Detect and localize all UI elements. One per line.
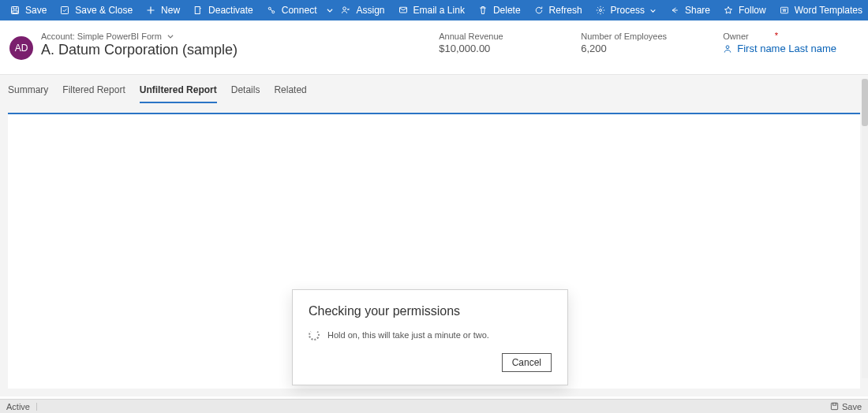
vertical-scrollbar[interactable] [862, 79, 868, 378]
email-link-button[interactable]: Email a Link [391, 0, 471, 20]
assign-button[interactable]: Assign [334, 0, 391, 20]
svg-rect-14 [832, 403, 836, 405]
tab-filtered-report[interactable]: Filtered Report [62, 84, 125, 103]
save-icon [830, 402, 839, 411]
tab-summary[interactable]: Summary [8, 84, 48, 103]
avatar: AD [9, 36, 33, 60]
email-link-label: Email a Link [413, 5, 465, 16]
trash-icon [477, 5, 488, 16]
delete-button[interactable]: Delete [471, 0, 527, 20]
svg-point-12 [726, 45, 729, 48]
svg-rect-13 [831, 403, 837, 409]
share-label: Share [685, 5, 710, 16]
tab-details[interactable]: Details [231, 84, 260, 103]
save-icon [9, 5, 21, 16]
save-close-button[interactable]: Save & Close [53, 0, 139, 20]
follow-button[interactable]: Follow [716, 0, 773, 20]
field-label: Owner * [723, 32, 836, 41]
save-label: Save [25, 5, 47, 16]
owner-value-row[interactable]: First name Last name [723, 43, 836, 54]
save-button[interactable]: Save [3, 0, 53, 20]
assign-label: Assign [356, 5, 384, 16]
svg-rect-2 [13, 11, 17, 13]
svg-point-5 [268, 7, 271, 9]
word-templates-label: Word Templates [795, 5, 862, 16]
status-save-button[interactable]: Save [830, 402, 862, 411]
command-bar: Save Save & Close New Deactivate Connect… [0, 0, 868, 20]
separator [36, 403, 37, 411]
header-fields: Annual Revenue $10,000.00 Number of Empl… [439, 32, 844, 54]
refresh-label: Refresh [549, 5, 582, 16]
svg-point-6 [272, 11, 275, 13]
permissions-dialog: Checking your permissions Hold on, this … [292, 289, 568, 385]
avatar-initials: AD [15, 43, 28, 54]
field-value[interactable]: $10,000.00 [439, 43, 533, 54]
connect-icon [266, 5, 277, 16]
scroll-thumb[interactable] [862, 79, 868, 126]
breadcrumb-label: Account: Simple PowerBI Form [41, 32, 162, 41]
refresh-icon [533, 5, 544, 16]
refresh-button[interactable]: Refresh [527, 0, 589, 20]
svg-rect-4 [195, 7, 200, 14]
tab-related[interactable]: Related [274, 84, 306, 103]
record-state: Active [6, 402, 30, 411]
svg-point-9 [599, 9, 601, 12]
assign-icon [340, 5, 351, 16]
new-button[interactable]: New [139, 0, 186, 20]
new-label: New [161, 5, 180, 16]
required-asterisk: * [775, 31, 778, 40]
email-icon [398, 5, 409, 16]
share-icon [669, 5, 680, 16]
plus-icon [145, 5, 156, 16]
svg-point-7 [343, 7, 346, 10]
person-icon [723, 44, 732, 54]
dialog-body: Hold on, this will take just a minute or… [309, 329, 552, 340]
dialog-actions: Cancel [309, 353, 552, 372]
field-num-employees: Number of Employees 6,200 [581, 32, 675, 54]
connect-dropdown[interactable] [326, 0, 334, 20]
form-selector-dropdown[interactable] [166, 32, 174, 40]
svg-rect-3 [62, 7, 69, 14]
deactivate-button[interactable]: Deactivate [186, 0, 260, 20]
owner-link[interactable]: First name Last name [737, 43, 836, 54]
process-button[interactable]: Process [589, 0, 663, 20]
page-title: A. Datum Corporation (sample) [41, 42, 439, 58]
connect-label: Connect [282, 5, 317, 16]
tab-unfiltered-report[interactable]: Unfiltered Report [140, 84, 217, 103]
cancel-button[interactable]: Cancel [502, 353, 552, 372]
field-label: Number of Employees [581, 32, 675, 41]
owner-label-text: Owner [723, 32, 748, 41]
share-button[interactable]: Share [663, 0, 716, 20]
process-label: Process [611, 5, 645, 16]
deactivate-icon [193, 5, 204, 16]
svg-text:W: W [782, 8, 786, 13]
spinner-icon [309, 329, 320, 340]
deactivate-label: Deactivate [208, 5, 253, 16]
dialog-title: Checking your permissions [309, 304, 552, 318]
word-templates-button[interactable]: W Word Templates [773, 0, 868, 20]
breadcrumb: Account: Simple PowerBI Form [41, 32, 439, 41]
status-left: Active [6, 402, 37, 411]
follow-label: Follow [739, 5, 766, 16]
save-close-label: Save & Close [75, 5, 133, 16]
delete-label: Delete [493, 5, 521, 16]
gear-icon [595, 5, 606, 16]
svg-rect-1 [13, 7, 17, 9]
status-bar: Active Save [0, 399, 868, 413]
connect-button[interactable]: Connect [260, 0, 324, 20]
field-owner: Owner * First name Last name [723, 32, 836, 54]
record-header: AD Account: Simple PowerBI Form A. Datum… [0, 20, 868, 75]
status-save-label: Save [842, 402, 862, 411]
dialog-message: Hold on, this will take just a minute or… [327, 330, 489, 340]
field-label: Annual Revenue [439, 32, 533, 41]
word-icon: W [779, 5, 790, 16]
star-icon [723, 5, 734, 16]
title-block: Account: Simple PowerBI Form A. Datum Co… [41, 32, 439, 58]
field-value[interactable]: 6,200 [581, 43, 675, 54]
field-annual-revenue: Annual Revenue $10,000.00 [439, 32, 533, 54]
save-close-icon [59, 5, 70, 16]
form-tabs: Summary Filtered Report Unfiltered Repor… [0, 75, 868, 103]
content-area: Checking your permissions Hold on, this … [0, 103, 868, 396]
chevron-down-icon [649, 7, 657, 14]
